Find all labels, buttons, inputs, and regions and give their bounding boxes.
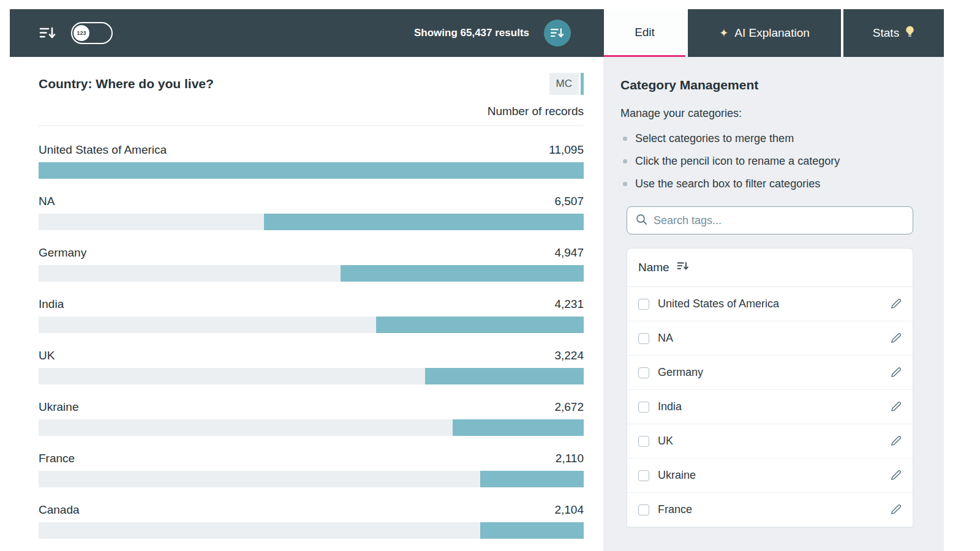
category-row[interactable]: NA (627, 321, 913, 356)
rename-category-button[interactable] (890, 367, 902, 378)
toggle-badge-label: 123 (77, 30, 86, 36)
rename-category-button[interactable] (890, 332, 902, 344)
tab-edit-label: Edit (635, 26, 655, 39)
sort-descending-icon[interactable] (39, 26, 56, 40)
tab-edit[interactable]: Edit (604, 9, 685, 57)
bar-value: 2,672 (554, 400, 584, 414)
question-type-label: MC (549, 73, 579, 95)
bar-value: 4,231 (554, 298, 584, 311)
question-type-badge[interactable]: MC (549, 73, 584, 95)
chart-row[interactable]: Ukraine2,672 (39, 400, 584, 436)
chart-row[interactable]: Canada2,104 (39, 503, 584, 539)
category-checkbox[interactable] (638, 436, 649, 447)
panel-subtitle: Manage your categories: (620, 107, 913, 120)
bar-label: India (39, 298, 64, 311)
badge-accent-stripe (581, 73, 584, 95)
pencil-icon (890, 504, 902, 515)
bar-value: 3,224 (554, 349, 584, 362)
bar-label: Canada (39, 503, 80, 517)
top-bar: 123 Showing 65,437 results Edit ✦ AI Exp… (10, 9, 944, 57)
value-column-header: Number of records (39, 105, 584, 118)
category-name: United States of America (658, 298, 881, 310)
bar-value: 6,507 (554, 195, 584, 208)
toolbar: 123 Showing 65,437 results (10, 9, 604, 57)
bar-fill (39, 162, 584, 179)
sort-descending-icon[interactable] (677, 261, 689, 274)
bar-value: 11,095 (549, 143, 584, 157)
rename-category-button[interactable] (890, 298, 902, 310)
instruction-item: Click the pencil icon to rename a catego… (620, 155, 913, 168)
category-row[interactable]: UK (627, 424, 913, 459)
rename-category-button[interactable] (890, 435, 902, 447)
bar-chart: United States of America11,095NA6,507Ger… (39, 143, 584, 539)
rename-category-button[interactable] (890, 401, 902, 413)
category-name: India (658, 400, 881, 413)
rename-category-button[interactable] (890, 504, 902, 515)
chart-row[interactable]: United States of America11,095 (39, 143, 584, 179)
results-count: Showing 65,437 results (414, 27, 529, 39)
category-name: France (658, 503, 881, 516)
chart-row[interactable]: UK3,224 (39, 349, 584, 384)
content-area: Country: Where do you live? MC Number of… (10, 57, 944, 551)
category-row[interactable]: Ukraine (627, 459, 913, 493)
category-row[interactable]: Germany (627, 356, 913, 390)
category-name: NA (658, 332, 881, 345)
bar-track (39, 162, 584, 179)
category-row[interactable]: India (627, 390, 913, 424)
search-tags-box[interactable] (627, 206, 913, 234)
category-name: Germany (658, 366, 881, 379)
divider (39, 126, 584, 126)
chart-row[interactable]: India4,231 (39, 298, 584, 333)
instruction-item: Use the search box to filter categories (620, 178, 913, 190)
bar-track (39, 214, 584, 230)
bar-track (39, 265, 584, 282)
pencil-icon (890, 470, 902, 481)
chart-row[interactable]: France2,110 (39, 452, 584, 487)
rename-category-button[interactable] (890, 470, 902, 481)
chart-row[interactable]: Germany4,947 (39, 246, 584, 282)
category-table: Name United States of AmericaNAGermanyIn… (627, 248, 913, 528)
bar-fill (341, 265, 584, 282)
bar-value: 4,947 (554, 246, 584, 260)
category-checkbox[interactable] (638, 367, 649, 378)
bar-fill (480, 522, 584, 539)
toggle-knob: 123 (74, 25, 89, 41)
chart-row[interactable]: NA6,507 (39, 195, 584, 230)
bar-track (39, 471, 584, 487)
chart-panel: Country: Where do you live? MC Number of… (10, 57, 603, 551)
pencil-icon (890, 401, 902, 413)
bar-track (39, 317, 584, 333)
pencil-icon (890, 332, 902, 344)
name-column-header: Name (638, 261, 669, 274)
bar-fill (480, 471, 584, 487)
bar-value: 2,104 (554, 503, 584, 517)
category-checkbox[interactable] (638, 470, 649, 481)
question-title: Country: Where do you live? (39, 77, 214, 91)
bar-label: United States of America (39, 143, 167, 157)
sort-results-button[interactable] (544, 20, 571, 47)
category-table-header[interactable]: Name (627, 249, 913, 287)
bar-label: France (39, 452, 75, 465)
category-checkbox[interactable] (638, 402, 649, 413)
pencil-icon (890, 367, 902, 378)
tab-ai-explanation[interactable]: ✦ AI Explanation (688, 9, 841, 57)
category-checkbox[interactable] (638, 299, 649, 310)
bar-label: NA (39, 195, 55, 208)
numeric-view-toggle[interactable]: 123 (71, 22, 113, 44)
tab-stats-label: Stats (873, 26, 899, 40)
sparkle-icon: ✦ (719, 28, 728, 39)
category-checkbox[interactable] (638, 333, 649, 344)
bar-fill (376, 317, 584, 333)
lightbulb-icon (905, 26, 914, 41)
bar-fill (264, 214, 584, 230)
category-rows: United States of AmericaNAGermanyIndiaUK… (627, 287, 913, 527)
category-checkbox[interactable] (638, 504, 649, 515)
bar-fill (453, 419, 584, 436)
tab-stats[interactable]: Stats (843, 9, 944, 57)
instruction-list: Select categories to merge themClick the… (620, 132, 913, 190)
category-row[interactable]: United States of America (627, 287, 913, 321)
category-name: Ukraine (658, 469, 881, 482)
search-tags-input[interactable] (654, 214, 904, 227)
category-row[interactable]: France (627, 493, 913, 527)
bar-label: Ukraine (39, 400, 78, 414)
